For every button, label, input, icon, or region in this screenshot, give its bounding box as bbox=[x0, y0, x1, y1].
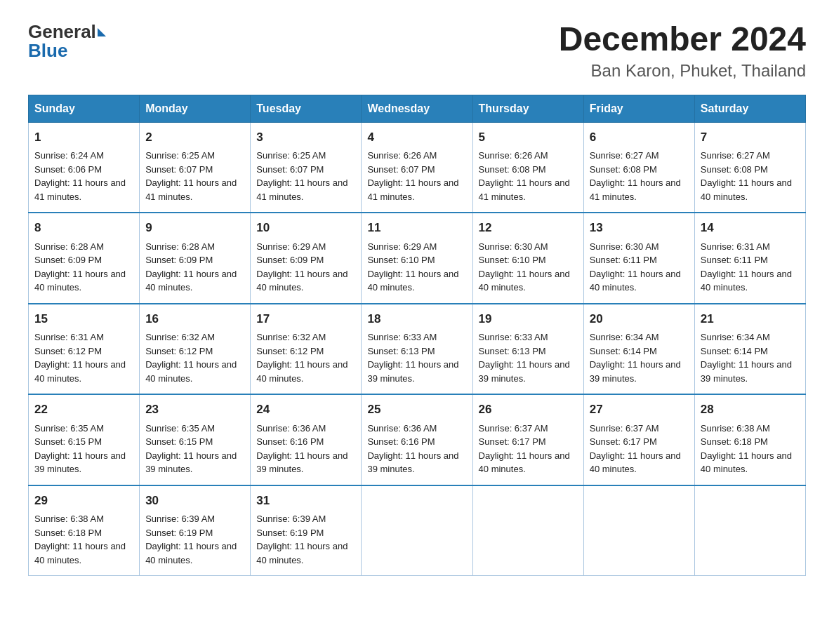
calendar-title-block: December 2024 Ban Karon, Phuket, Thailan… bbox=[559, 21, 806, 81]
calendar-day-header: Sunday bbox=[29, 95, 140, 122]
calendar-day-cell: 27Sunrise: 6:37 AMSunset: 6:17 PMDayligh… bbox=[583, 394, 694, 485]
logo-blue-text: Blue bbox=[28, 40, 106, 62]
calendar-day-cell: 5Sunrise: 6:26 AMSunset: 6:08 PMDaylight… bbox=[472, 122, 583, 213]
day-number: 20 bbox=[590, 310, 689, 328]
logo-triangle-icon bbox=[98, 28, 106, 36]
calendar-day-cell: 13Sunrise: 6:30 AMSunset: 6:11 PMDayligh… bbox=[583, 213, 694, 304]
day-number: 13 bbox=[590, 219, 689, 237]
calendar-day-cell: 9Sunrise: 6:28 AMSunset: 6:09 PMDaylight… bbox=[140, 213, 251, 304]
day-number: 27 bbox=[590, 401, 689, 419]
calendar-day-cell: 1Sunrise: 6:24 AMSunset: 6:06 PMDaylight… bbox=[29, 122, 140, 213]
day-number: 3 bbox=[256, 128, 355, 147]
calendar-day-cell: 25Sunrise: 6:36 AMSunset: 6:16 PMDayligh… bbox=[362, 394, 472, 485]
calendar-location: Ban Karon, Phuket, Thailand bbox=[559, 61, 806, 81]
calendar-day-cell: 20Sunrise: 6:34 AMSunset: 6:14 PMDayligh… bbox=[583, 304, 694, 395]
logo: General Blue bbox=[28, 21, 106, 62]
calendar-day-cell: 12Sunrise: 6:30 AMSunset: 6:10 PMDayligh… bbox=[472, 213, 583, 304]
calendar-day-cell bbox=[472, 485, 583, 576]
calendar-day-header: Thursday bbox=[472, 95, 583, 122]
calendar-day-cell: 16Sunrise: 6:32 AMSunset: 6:12 PMDayligh… bbox=[140, 304, 251, 395]
calendar-day-cell: 31Sunrise: 6:39 AMSunset: 6:19 PMDayligh… bbox=[251, 485, 362, 576]
day-number: 7 bbox=[701, 128, 800, 147]
calendar-day-cell: 28Sunrise: 6:38 AMSunset: 6:18 PMDayligh… bbox=[694, 394, 805, 485]
day-number: 9 bbox=[145, 219, 244, 237]
day-number: 22 bbox=[34, 401, 133, 419]
calendar-day-cell: 18Sunrise: 6:33 AMSunset: 6:13 PMDayligh… bbox=[362, 304, 472, 395]
calendar-table: SundayMondayTuesdayWednesdayThursdayFrid… bbox=[28, 95, 806, 577]
calendar-day-cell: 14Sunrise: 6:31 AMSunset: 6:11 PMDayligh… bbox=[694, 213, 805, 304]
calendar-day-cell bbox=[583, 485, 694, 576]
day-number: 17 bbox=[256, 310, 355, 328]
day-number: 15 bbox=[34, 310, 133, 328]
day-number: 12 bbox=[479, 219, 578, 237]
day-number: 11 bbox=[367, 219, 466, 237]
calendar-day-cell: 10Sunrise: 6:29 AMSunset: 6:09 PMDayligh… bbox=[251, 213, 362, 304]
calendar-day-cell: 2Sunrise: 6:25 AMSunset: 6:07 PMDaylight… bbox=[140, 122, 251, 213]
day-number: 1 bbox=[34, 128, 133, 147]
calendar-week-row: 29Sunrise: 6:38 AMSunset: 6:18 PMDayligh… bbox=[29, 485, 806, 576]
calendar-day-header: Saturday bbox=[694, 95, 805, 122]
day-number: 16 bbox=[145, 310, 244, 328]
calendar-week-row: 15Sunrise: 6:31 AMSunset: 6:12 PMDayligh… bbox=[29, 304, 806, 395]
day-number: 31 bbox=[256, 492, 355, 510]
day-number: 8 bbox=[34, 219, 133, 237]
calendar-week-row: 22Sunrise: 6:35 AMSunset: 6:15 PMDayligh… bbox=[29, 394, 806, 485]
calendar-day-cell: 6Sunrise: 6:27 AMSunset: 6:08 PMDaylight… bbox=[583, 122, 694, 213]
calendar-day-header: Monday bbox=[140, 95, 251, 122]
day-number: 18 bbox=[367, 310, 466, 328]
calendar-header-row: SundayMondayTuesdayWednesdayThursdayFrid… bbox=[29, 95, 806, 122]
calendar-month-year: December 2024 bbox=[559, 21, 806, 58]
calendar-day-header: Wednesday bbox=[362, 95, 472, 122]
day-number: 6 bbox=[590, 128, 689, 147]
day-number: 29 bbox=[34, 492, 133, 510]
day-number: 21 bbox=[701, 310, 800, 328]
day-number: 25 bbox=[367, 401, 466, 419]
page-header: General Blue December 2024 Ban Karon, Ph… bbox=[28, 21, 806, 81]
calendar-day-cell bbox=[362, 485, 472, 576]
calendar-day-cell: 30Sunrise: 6:39 AMSunset: 6:19 PMDayligh… bbox=[140, 485, 251, 576]
day-number: 10 bbox=[256, 219, 355, 237]
calendar-day-cell: 11Sunrise: 6:29 AMSunset: 6:10 PMDayligh… bbox=[362, 213, 472, 304]
calendar-day-header: Tuesday bbox=[251, 95, 362, 122]
calendar-day-cell: 15Sunrise: 6:31 AMSunset: 6:12 PMDayligh… bbox=[29, 304, 140, 395]
day-number: 14 bbox=[701, 219, 800, 237]
calendar-day-cell: 24Sunrise: 6:36 AMSunset: 6:16 PMDayligh… bbox=[251, 394, 362, 485]
calendar-day-cell: 22Sunrise: 6:35 AMSunset: 6:15 PMDayligh… bbox=[29, 394, 140, 485]
calendar-day-cell: 7Sunrise: 6:27 AMSunset: 6:08 PMDaylight… bbox=[694, 122, 805, 213]
day-number: 26 bbox=[479, 401, 578, 419]
day-number: 2 bbox=[145, 128, 244, 147]
calendar-day-cell: 3Sunrise: 6:25 AMSunset: 6:07 PMDaylight… bbox=[251, 122, 362, 213]
calendar-day-cell: 23Sunrise: 6:35 AMSunset: 6:15 PMDayligh… bbox=[140, 394, 251, 485]
calendar-week-row: 8Sunrise: 6:28 AMSunset: 6:09 PMDaylight… bbox=[29, 213, 806, 304]
calendar-day-cell: 19Sunrise: 6:33 AMSunset: 6:13 PMDayligh… bbox=[472, 304, 583, 395]
day-number: 24 bbox=[256, 401, 355, 419]
calendar-day-cell: 17Sunrise: 6:32 AMSunset: 6:12 PMDayligh… bbox=[251, 304, 362, 395]
calendar-day-cell: 21Sunrise: 6:34 AMSunset: 6:14 PMDayligh… bbox=[694, 304, 805, 395]
calendar-day-cell: 29Sunrise: 6:38 AMSunset: 6:18 PMDayligh… bbox=[29, 485, 140, 576]
day-number: 30 bbox=[145, 492, 244, 510]
day-number: 4 bbox=[367, 128, 466, 147]
calendar-week-row: 1Sunrise: 6:24 AMSunset: 6:06 PMDaylight… bbox=[29, 122, 806, 213]
calendar-day-cell: 8Sunrise: 6:28 AMSunset: 6:09 PMDaylight… bbox=[29, 213, 140, 304]
day-number: 28 bbox=[701, 401, 800, 419]
calendar-day-cell bbox=[694, 485, 805, 576]
calendar-day-cell: 4Sunrise: 6:26 AMSunset: 6:07 PMDaylight… bbox=[362, 122, 472, 213]
day-number: 5 bbox=[479, 128, 578, 147]
calendar-day-header: Friday bbox=[583, 95, 694, 122]
calendar-body: 1Sunrise: 6:24 AMSunset: 6:06 PMDaylight… bbox=[29, 122, 806, 576]
day-number: 23 bbox=[145, 401, 244, 419]
day-number: 19 bbox=[479, 310, 578, 328]
logo-general-text: General bbox=[28, 21, 96, 42]
calendar-day-cell: 26Sunrise: 6:37 AMSunset: 6:17 PMDayligh… bbox=[472, 394, 583, 485]
